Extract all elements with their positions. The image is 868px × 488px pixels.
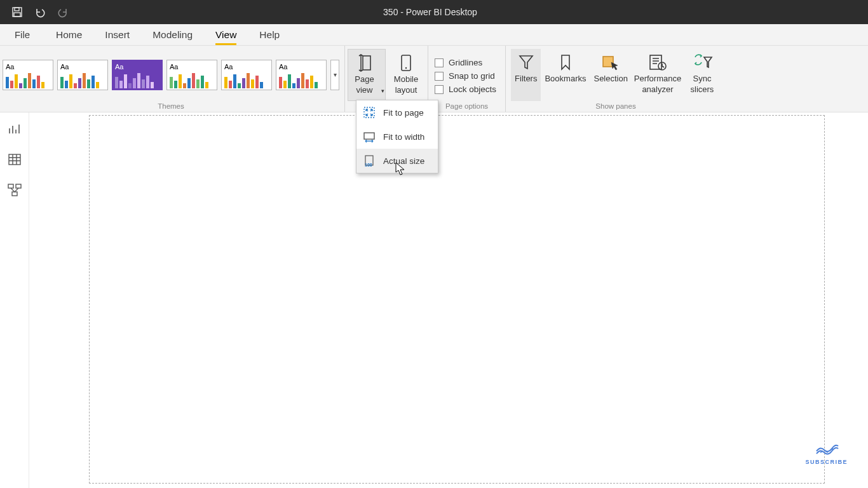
sync-slicers-button[interactable]: Sync slicers [684,49,721,101]
svg-rect-15 [16,184,21,188]
theme-swatch-3[interactable]: Aa [166,60,217,90]
undo-icon[interactable] [34,6,46,18]
tab-help[interactable]: Help [248,24,291,45]
save-icon[interactable] [11,6,23,18]
tab-file[interactable]: File [0,24,44,45]
redo-icon [57,6,69,18]
svg-rect-14 [8,184,13,188]
report-canvas-area [29,112,868,488]
performance-icon [648,51,667,73]
group-show-panes: Filters Bookmarks Selection Performance … [506,46,726,112]
window-title: 350 - Power BI Desktop [69,7,868,17]
mobile-layout-label: Mobile layout [390,74,422,95]
ribbon-tabstrip: File Home Insert Modeling View Help [0,24,868,46]
themes-more-button[interactable]: ▾ [330,60,339,90]
report-page[interactable] [89,115,825,484]
performance-analyzer-button[interactable]: Performance analyzer [632,49,684,101]
tab-modeling[interactable]: Modeling [141,24,204,45]
mobile-icon [399,52,413,74]
checkbox-icon [435,72,444,81]
chevron-down-icon: ▾ [381,88,384,94]
snap-to-grid-checkbox[interactable]: Snap to grid [435,71,496,81]
filter-icon [518,51,534,73]
page-view-icon [357,52,376,74]
model-view-button[interactable] [6,181,24,199]
svg-rect-16 [12,192,17,196]
subscribe-watermark: SUBSCRIBE [805,436,848,465]
tab-home[interactable]: Home [44,24,93,45]
group-label-themes: Themes [3,102,339,112]
sync-slicers-icon [691,51,713,73]
svg-rect-10 [364,133,374,139]
svg-rect-6 [603,57,613,67]
svg-rect-9 [364,107,374,118]
selection-icon [601,51,620,73]
group-themes: AaAaAaAaAaAa ▾ Themes [0,46,345,112]
checkbox-icon [435,58,444,67]
gridlines-checkbox[interactable]: Gridlines [435,58,496,67]
fit-to-page-item[interactable]: Fit to page [356,100,438,125]
svg-text:100: 100 [365,163,372,167]
page-view-dropdown: Fit to page Fit to width 100 Actual size [356,100,438,173]
checkbox-icon [435,85,444,94]
ribbon: AaAaAaAaAaAa ▾ Themes Page view▾ Mobile … [0,46,868,112]
tab-insert[interactable]: Insert [93,24,141,45]
svg-rect-13 [9,154,20,165]
data-view-button[interactable] [6,151,24,168]
group-page-options: Gridlines Snap to grid Lock objects Page… [428,46,506,112]
group-label-page-options: Page options [433,102,500,112]
theme-swatch-4[interactable]: Aa [221,60,272,90]
selection-button[interactable]: Selection [590,49,631,101]
actual-size-item[interactable]: 100 Actual size [356,149,438,173]
svg-point-5 [405,67,407,68]
themes-gallery: AaAaAaAaAaAa [3,60,327,90]
svg-rect-2 [14,13,20,17]
svg-rect-7 [650,55,661,69]
report-view-button[interactable] [6,120,24,138]
theme-swatch-1[interactable]: Aa [57,60,108,90]
mobile-layout-button[interactable]: Mobile layout [387,49,425,101]
bookmarks-button[interactable]: Bookmarks [541,49,590,101]
theme-swatch-2[interactable]: Aa [112,60,163,90]
view-switcher [0,112,29,488]
theme-swatch-5[interactable]: Aa [276,60,327,90]
page-view-label: Page view [349,74,380,95]
tab-view[interactable]: View [204,24,248,45]
theme-swatch-0[interactable]: Aa [3,60,53,90]
filters-button[interactable]: Filters [511,49,541,101]
group-label-show-panes: Show panes [511,102,721,112]
page-view-button[interactable]: Page view▾ [348,49,386,101]
lock-objects-checkbox[interactable]: Lock objects [435,85,496,94]
title-bar: 350 - Power BI Desktop [0,0,868,24]
fit-to-width-item[interactable]: Fit to width [356,125,438,149]
svg-rect-3 [363,56,370,70]
bookmark-icon [559,51,572,73]
svg-rect-1 [15,8,19,11]
